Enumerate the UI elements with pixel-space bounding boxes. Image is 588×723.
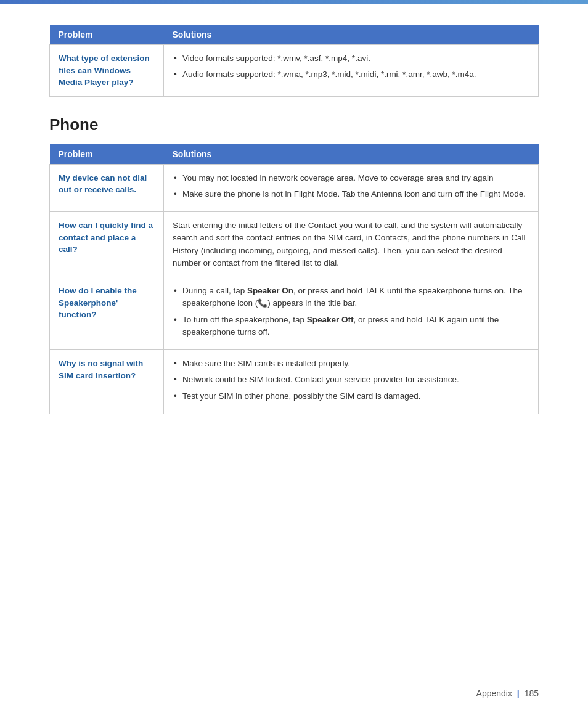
solution-cell: Video formats supported: *.wmv, *.asf, *… [164,45,539,97]
problem-cell-dial: My device can not dial out or receive ca… [50,164,164,212]
table-phone: Problem Solutions My device can not dial… [49,144,539,414]
solution-cell-contact: Start entering the initial letters of th… [164,212,539,277]
col-header-solutions-phone: Solutions [164,144,539,165]
list-item: You may not located in network coverage … [173,172,529,184]
col-header-problem-phone: Problem [50,144,164,165]
problem-cell-contact: How can I quickly find a contact and pla… [50,212,164,277]
solution-cell-speakerphone: During a call, tap Speaker On, or press … [164,277,539,350]
problem-cell: What type of extension files can Windows… [50,45,164,97]
problem-cell-speakerphone: How do I enable the Speakerphone' functi… [50,277,164,350]
phone-section-heading: Phone [49,115,539,134]
col-header-problem: Problem [50,25,164,45]
list-item: To turn off the speakerphone, tap Speake… [173,314,529,339]
table-media: Problem Solutions What type of extension… [49,25,539,97]
list-item: Video formats supported: *.wmv, *.asf, *… [173,52,529,65]
list-item: Audio formats supported: *.wma, *.mp3, *… [173,68,529,81]
solution-cell-sim: Make sure the SIM cards is installed pro… [164,350,539,414]
col-header-solutions: Solutions [164,25,539,45]
problem-cell-sim: Why is no signal with SIM card insertion… [50,350,164,414]
list-item: Network could be SIM locked. Contact you… [173,374,529,386]
list-item: During a call, tap Speaker On, or press … [173,285,529,310]
footer-pipe: | [515,688,522,698]
table-row: Why is no signal with SIM card insertion… [50,350,539,414]
list-item: Make sure the SIM cards is installed pro… [173,357,529,370]
table-row: My device can not dial out or receive ca… [50,164,539,212]
solution-cell-dial: You may not located in network coverage … [164,164,539,212]
top-bar [0,0,588,4]
table-row: How can I quickly find a contact and pla… [50,212,539,277]
footer-label: Appendix [476,688,512,698]
page-footer: Appendix | 185 [476,688,539,698]
footer-page: 185 [525,688,539,698]
list-item: Make sure the phone is not in Flight Mod… [173,188,529,200]
speakerphone-icon: 📞 [258,297,267,309]
list-item: Test your SIM in other phone, possibly t… [173,390,529,402]
table-row: How do I enable the Speakerphone' functi… [50,277,539,350]
table-row: What type of extension files can Windows… [50,45,539,97]
